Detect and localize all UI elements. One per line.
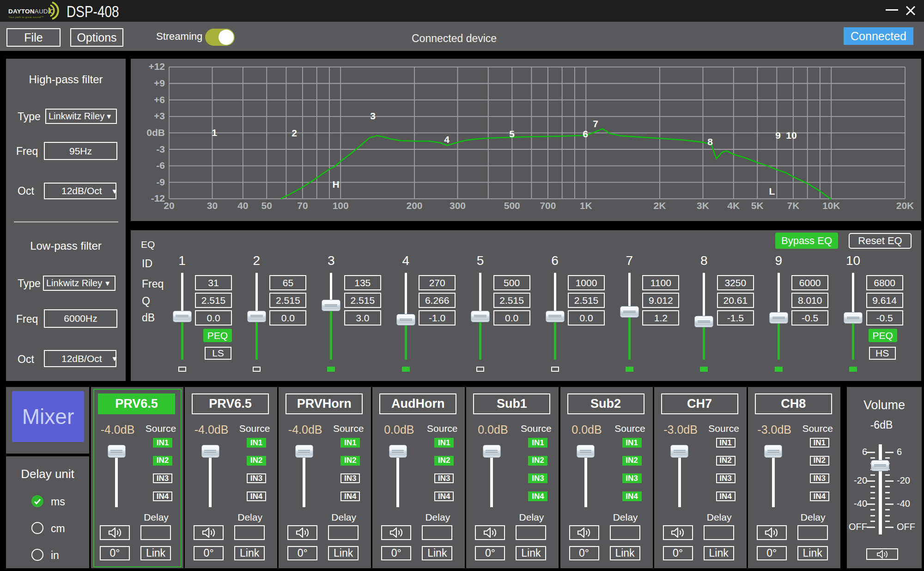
svg-text:20K: 20K bbox=[896, 200, 914, 211]
svg-text:7: 7 bbox=[593, 118, 598, 129]
svg-text:2: 2 bbox=[292, 128, 297, 138]
svg-text:8: 8 bbox=[707, 136, 713, 147]
svg-text:1: 1 bbox=[212, 127, 217, 138]
svg-text:30: 30 bbox=[207, 200, 218, 211]
svg-text:+9: +9 bbox=[154, 78, 165, 88]
svg-text:10K: 10K bbox=[822, 200, 840, 211]
svg-text:L: L bbox=[769, 186, 775, 196]
svg-text:-3: -3 bbox=[156, 144, 165, 154]
svg-text:9: 9 bbox=[775, 130, 781, 141]
svg-text:+6: +6 bbox=[154, 94, 165, 105]
svg-text:70: 70 bbox=[297, 200, 308, 211]
svg-text:7K: 7K bbox=[787, 200, 799, 211]
svg-text:4: 4 bbox=[444, 134, 450, 145]
svg-text:40: 40 bbox=[237, 200, 248, 211]
svg-text:300: 300 bbox=[450, 200, 466, 211]
svg-text:5: 5 bbox=[509, 129, 515, 139]
svg-text:100: 100 bbox=[333, 200, 349, 211]
svg-text:1K: 1K bbox=[580, 200, 592, 211]
svg-text:6: 6 bbox=[583, 129, 588, 139]
svg-text:200: 200 bbox=[406, 200, 422, 211]
svg-text:700: 700 bbox=[540, 200, 556, 211]
svg-text:4K: 4K bbox=[727, 200, 740, 211]
svg-text:H: H bbox=[332, 179, 339, 190]
svg-text:+3: +3 bbox=[154, 111, 165, 121]
svg-text:2K: 2K bbox=[654, 200, 666, 211]
svg-text:500: 500 bbox=[504, 200, 520, 211]
svg-text:3: 3 bbox=[370, 111, 376, 121]
svg-text:50: 50 bbox=[261, 200, 272, 211]
svg-text:-6: -6 bbox=[156, 160, 165, 171]
svg-text:3K: 3K bbox=[697, 200, 709, 211]
svg-text:-9: -9 bbox=[156, 177, 165, 187]
svg-text:10: 10 bbox=[786, 130, 796, 141]
svg-text:5K: 5K bbox=[751, 200, 764, 211]
svg-text:0dB: 0dB bbox=[146, 127, 165, 138]
svg-text:+12: +12 bbox=[148, 61, 165, 72]
svg-text:-12: -12 bbox=[151, 193, 165, 203]
svg-text:20: 20 bbox=[164, 200, 174, 211]
